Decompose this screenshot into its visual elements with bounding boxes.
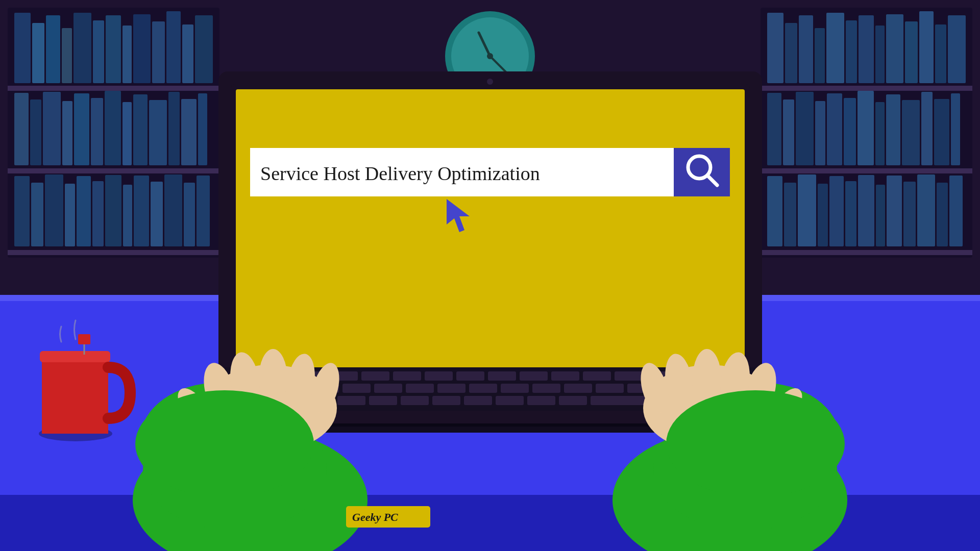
svg-rect-114 xyxy=(425,371,453,381)
svg-rect-66 xyxy=(796,92,814,165)
svg-rect-26 xyxy=(91,98,103,165)
svg-rect-46 xyxy=(197,176,210,246)
svg-rect-68 xyxy=(827,93,842,165)
svg-rect-42 xyxy=(134,176,149,246)
svg-rect-49 xyxy=(761,168,972,173)
svg-rect-61 xyxy=(919,11,934,83)
svg-rect-32 xyxy=(181,99,197,165)
svg-rect-108 xyxy=(235,371,263,381)
svg-rect-75 xyxy=(934,99,949,165)
svg-rect-45 xyxy=(184,183,195,246)
svg-rect-82 xyxy=(845,181,856,246)
svg-rect-151 xyxy=(40,351,110,362)
svg-rect-146 xyxy=(591,396,744,405)
svg-point-94 xyxy=(487,53,493,59)
svg-rect-64 xyxy=(767,93,781,165)
svg-rect-76 xyxy=(951,93,960,165)
svg-rect-9 xyxy=(32,23,44,83)
svg-rect-48 xyxy=(761,86,972,91)
svg-rect-118 xyxy=(551,371,579,381)
svg-rect-58 xyxy=(875,26,885,83)
svg-rect-111 xyxy=(330,371,358,381)
svg-rect-116 xyxy=(488,371,516,381)
svg-point-169 xyxy=(740,360,782,421)
svg-point-156 xyxy=(140,383,299,495)
svg-rect-50 xyxy=(761,250,972,255)
svg-rect-12 xyxy=(74,13,91,83)
svg-rect-176 xyxy=(346,506,430,528)
svg-rect-39 xyxy=(92,181,104,246)
svg-point-168 xyxy=(643,365,776,452)
svg-rect-101 xyxy=(674,148,730,196)
svg-rect-8 xyxy=(14,13,31,83)
svg-rect-41 xyxy=(123,185,132,246)
svg-rect-131 xyxy=(532,384,560,393)
svg-rect-27 xyxy=(105,91,121,165)
svg-rect-22 xyxy=(30,99,41,165)
svg-rect-141 xyxy=(432,396,460,405)
svg-rect-144 xyxy=(527,396,555,405)
svg-rect-81 xyxy=(829,176,844,246)
svg-rect-31 xyxy=(168,92,180,165)
svg-rect-124 xyxy=(311,384,339,393)
svg-rect-60 xyxy=(905,21,918,83)
svg-rect-110 xyxy=(298,371,326,381)
svg-rect-128 xyxy=(437,384,465,393)
svg-rect-37 xyxy=(65,184,75,246)
svg-rect-47 xyxy=(761,8,972,258)
svg-point-166 xyxy=(653,408,837,531)
svg-rect-132 xyxy=(564,384,592,393)
svg-rect-119 xyxy=(583,371,611,381)
svg-rect-140 xyxy=(401,396,429,405)
svg-rect-126 xyxy=(374,384,402,393)
svg-rect-130 xyxy=(501,384,529,393)
svg-rect-137 xyxy=(306,396,334,405)
svg-rect-84 xyxy=(876,185,885,246)
svg-rect-106 xyxy=(208,411,772,426)
svg-rect-15 xyxy=(122,26,132,83)
svg-rect-44 xyxy=(164,174,182,246)
svg-rect-1 xyxy=(0,296,980,551)
svg-rect-14 xyxy=(106,15,121,83)
svg-point-158 xyxy=(199,360,241,421)
svg-rect-51 xyxy=(767,13,783,83)
svg-line-103 xyxy=(707,176,717,185)
svg-rect-53 xyxy=(799,15,813,83)
svg-rect-127 xyxy=(406,384,434,393)
svg-point-102 xyxy=(688,156,710,179)
svg-rect-113 xyxy=(393,371,421,381)
svg-rect-79 xyxy=(798,174,816,246)
svg-rect-43 xyxy=(151,182,163,246)
svg-point-172 xyxy=(662,352,696,411)
svg-point-170 xyxy=(717,350,753,413)
svg-rect-122 xyxy=(235,384,276,393)
svg-point-175 xyxy=(666,390,845,497)
svg-rect-63 xyxy=(948,15,966,83)
svg-rect-18 xyxy=(166,11,181,83)
svg-point-98 xyxy=(487,79,493,85)
svg-rect-67 xyxy=(815,101,825,165)
svg-rect-143 xyxy=(496,396,524,405)
svg-point-159 xyxy=(227,350,263,413)
svg-rect-59 xyxy=(886,14,903,83)
svg-point-90 xyxy=(445,11,535,101)
svg-rect-40 xyxy=(105,175,121,246)
svg-rect-10 xyxy=(46,15,60,83)
svg-marker-105 xyxy=(447,199,470,232)
svg-rect-36 xyxy=(45,174,63,246)
svg-rect-129 xyxy=(469,384,497,393)
svg-rect-86 xyxy=(903,182,916,246)
svg-rect-70 xyxy=(857,91,874,165)
svg-rect-55 xyxy=(826,13,844,83)
svg-rect-54 xyxy=(815,28,825,83)
svg-rect-80 xyxy=(818,184,828,246)
svg-rect-56 xyxy=(846,20,857,83)
svg-rect-21 xyxy=(14,93,29,165)
svg-text:Geeky PC: Geeky PC xyxy=(352,511,398,523)
svg-rect-71 xyxy=(875,102,885,165)
svg-point-155 xyxy=(143,408,327,531)
svg-rect-153 xyxy=(78,334,90,344)
svg-rect-83 xyxy=(858,175,874,246)
svg-rect-11 xyxy=(62,28,72,83)
svg-text:Service Host Delivery Optimiza: Service Host Delivery Optimization xyxy=(260,163,540,184)
